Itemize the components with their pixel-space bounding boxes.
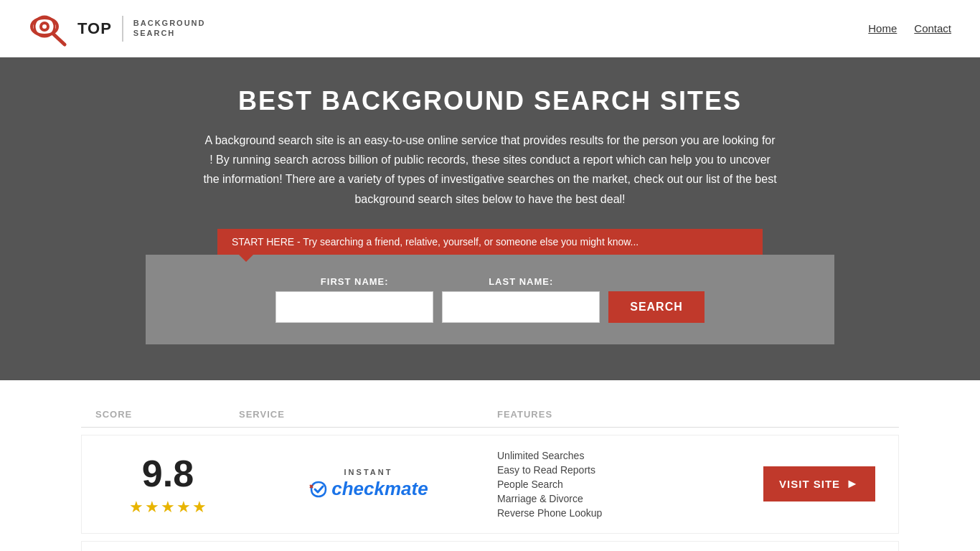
logo-bg-text: BACKGROUND [133,19,206,28]
checkmate-brand: checkmate [308,478,428,500]
last-name-group: LAST NAME: [442,276,600,323]
visit-cell-1: VISIT SITE ► [755,466,884,501]
first-name-group: FIRST NAME: [275,276,433,323]
star-2: ★ [145,498,159,517]
checkmate-instant-label: INSTANT [344,468,393,476]
hero-title: BEST BACKGROUND SEARCH SITES [14,86,966,116]
last-name-label: LAST NAME: [442,276,600,287]
feature-1-1: Unlimited Searches [497,450,755,461]
visit-arrow-icon-1: ► [846,476,859,491]
score-cell-1: 9.8 ★ ★ ★ ★ ★ [96,452,240,517]
feature-1-5: Reverse Phone Lookup [497,507,755,519]
nav-home[interactable]: Home [868,22,897,34]
feature-1-3: People Search [497,479,755,490]
stars-1: ★ ★ ★ ★ ★ [129,498,207,517]
logo-icon [29,11,72,47]
logo: TOP BACKGROUND SEARCH [29,11,206,47]
search-button[interactable]: SEARCH [608,291,705,323]
star-1: ★ [129,498,143,517]
search-form-container: FIRST NAME: LAST NAME: SEARCH [146,255,834,344]
main-nav: Home Contact [868,22,951,34]
svg-point-2 [42,24,47,29]
col-action [755,409,885,420]
star-3: ★ [161,498,175,517]
svg-line-3 [54,34,65,44]
score-number-1: 9.8 [142,452,194,495]
service-cell-1: INSTANT checkmate [240,468,497,500]
features-cell-1: Unlimited Searches Easy to Read Reports … [497,450,755,519]
search-banner-text: START HERE - Try searching a friend, rel… [232,236,639,248]
hero-section: BEST BACKGROUND SEARCH SITES A backgroun… [0,57,980,380]
table-header: SCORE SERVICE FEATURES [81,402,899,428]
logo-search-text: SEARCH [133,29,206,38]
results-section: SCORE SERVICE FEATURES 9.8 ★ ★ ★ ★ ★ INS… [67,380,913,551]
feature-1-4: Marriage & Divorce [497,493,755,504]
logo-top-text: TOP [77,19,112,38]
col-service: SERVICE [239,409,497,420]
table-row: 9.8 ★ ★ ★ ★ ★ INSTANT [81,435,899,534]
col-features: FEATURES [497,409,755,420]
logo-divider [122,16,123,42]
hero-description: A background search site is an easy-to-u… [203,131,777,209]
checkmate-logo-icon [308,479,329,499]
nav-contact[interactable]: Contact [914,22,951,34]
first-name-label: FIRST NAME: [275,276,433,287]
table-row: 9.4 ★ ★ ★ ★ ★ PeopleLooker Accurate and … [81,541,899,551]
last-name-input[interactable] [442,291,600,323]
feature-1-2: Easy to Read Reports [497,464,755,476]
star-5: ★ [192,498,207,517]
star-4: ★ [176,498,191,517]
search-banner: START HERE - Try searching a friend, rel… [217,229,763,255]
site-header: TOP BACKGROUND SEARCH Home Contact [0,0,980,57]
checkmate-logo: INSTANT checkmate [308,468,428,500]
search-form: FIRST NAME: LAST NAME: SEARCH [160,276,820,323]
checkmate-text: checkmate [331,478,428,500]
first-name-input[interactable] [275,291,433,323]
col-score: SCORE [95,409,239,420]
visit-site-label-1: VISIT SITE [779,478,840,490]
visit-site-button-1[interactable]: VISIT SITE ► [763,466,875,501]
